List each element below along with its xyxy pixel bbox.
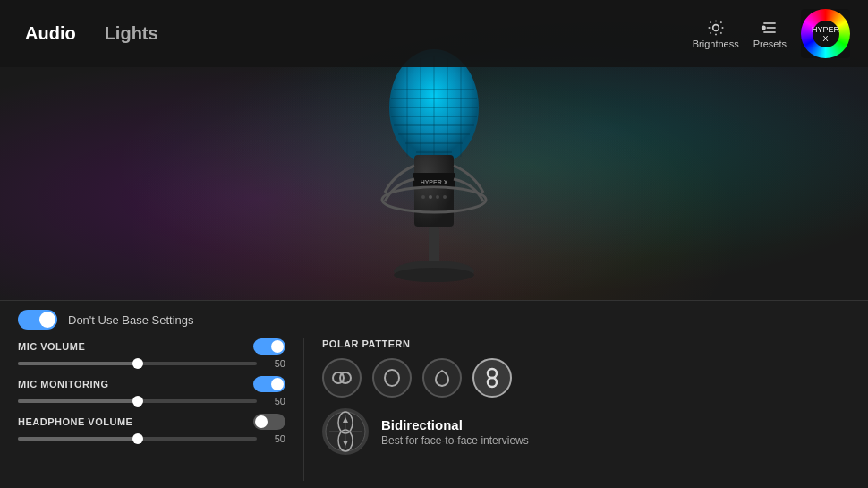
- mic-monitoring-slider-row: 50: [18, 396, 285, 407]
- left-controls: MIC VOLUME 50 MIC MONITORING: [18, 338, 304, 481]
- mic-monitoring-row: MIC MONITORING 50: [18, 376, 285, 407]
- headphone-volume-row: HEADPHONE VOLUME 50: [18, 414, 285, 444]
- svg-point-0: [712, 24, 719, 30]
- mic-monitoring-value: 50: [264, 396, 285, 407]
- svg-line-7: [710, 32, 711, 33]
- polar-active-name: Bidirectional: [381, 417, 529, 432]
- mic-monitoring-label: MIC MONITORING: [18, 379, 109, 390]
- base-settings-toggle[interactable]: [18, 310, 57, 330]
- polar-icons: [322, 358, 850, 398]
- mic-volume-header: MIC VOLUME: [18, 338, 285, 355]
- mic-volume-fill: [18, 362, 138, 365]
- svg-point-32: [436, 195, 439, 199]
- svg-line-4: [720, 32, 721, 33]
- mic-monitoring-toggle[interactable]: [253, 376, 285, 392]
- headphone-volume-fill: [18, 437, 138, 441]
- svg-line-8: [720, 21, 721, 22]
- mic-monitoring-header: MIC MONITORING: [18, 376, 285, 392]
- svg-text:HYPER X: HYPER X: [421, 179, 448, 185]
- svg-point-40: [385, 370, 399, 386]
- mic-volume-row: MIC VOLUME 50: [18, 338, 285, 369]
- controls-grid: MIC VOLUME 50 MIC MONITORING: [18, 338, 850, 481]
- svg-rect-27: [414, 155, 454, 227]
- polar-text: Bidirectional Best for face-to-face inte…: [381, 417, 529, 447]
- polar-active-desc: Best for face-to-face interviews: [381, 434, 529, 447]
- headphone-volume-toggle[interactable]: [253, 414, 285, 430]
- mic-volume-thumb[interactable]: [132, 358, 143, 369]
- svg-point-42: [488, 378, 497, 387]
- mic-monitoring-thumb[interactable]: [132, 396, 143, 407]
- polar-diagram: [322, 408, 369, 455]
- polar-stereo-button[interactable]: [322, 358, 362, 398]
- base-settings-label: Don't Use Base Settings: [68, 313, 194, 327]
- mic-volume-value: 50: [264, 358, 285, 369]
- svg-point-37: [394, 268, 474, 282]
- polar-info: Bidirectional Best for face-to-face inte…: [322, 408, 850, 455]
- headphone-volume-slider[interactable]: [18, 437, 257, 441]
- preset-thumbnail[interactable]: HYPERX: [801, 9, 850, 58]
- presets-label: Presets: [753, 39, 787, 49]
- mic-volume-toggle[interactable]: [253, 338, 285, 355]
- header: Audio Lights Brightness: [0, 0, 868, 67]
- brightness-label: Brightness: [693, 39, 739, 49]
- mic-volume-slider[interactable]: [18, 362, 257, 365]
- svg-point-31: [429, 195, 432, 199]
- polar-cardioid-button[interactable]: [372, 358, 412, 398]
- mic-volume-label: MIC VOLUME: [18, 341, 85, 352]
- polar-pattern-panel: POLAR PATTERN: [304, 338, 850, 481]
- header-right: Brightness Presets HYPERX: [693, 9, 850, 58]
- headphone-volume-thumb[interactable]: [132, 433, 143, 444]
- presets-button[interactable]: Presets: [753, 19, 787, 49]
- brightness-button[interactable]: Brightness: [693, 19, 739, 49]
- headphone-volume-slider-row: 50: [18, 433, 285, 444]
- polar-pattern-label: POLAR PATTERN: [322, 338, 850, 349]
- polar-omni-button[interactable]: [422, 358, 462, 398]
- bottom-panel: Don't Use Base Settings MIC VOLUME 50: [0, 300, 868, 488]
- microphone: HYPER X: [345, 40, 523, 318]
- svg-point-12: [762, 26, 765, 29]
- tab-audio[interactable]: Audio: [18, 20, 83, 47]
- mic-monitoring-slider[interactable]: [18, 399, 257, 403]
- headphone-volume-header: HEADPHONE VOLUME: [18, 414, 285, 430]
- svg-point-41: [488, 369, 497, 378]
- svg-line-3: [710, 21, 711, 22]
- mic-monitoring-fill: [18, 399, 138, 403]
- mic-volume-slider-row: 50: [18, 358, 285, 369]
- svg-point-33: [443, 195, 447, 199]
- polar-bidirectional-button[interactable]: [472, 358, 512, 398]
- svg-point-30: [421, 195, 425, 199]
- headphone-volume-label: HEADPHONE VOLUME: [18, 416, 132, 427]
- preset-inner: HYPERX: [813, 21, 839, 47]
- headphone-volume-value: 50: [264, 433, 285, 444]
- svg-point-39: [340, 372, 351, 383]
- tab-lights[interactable]: Lights: [98, 20, 166, 47]
